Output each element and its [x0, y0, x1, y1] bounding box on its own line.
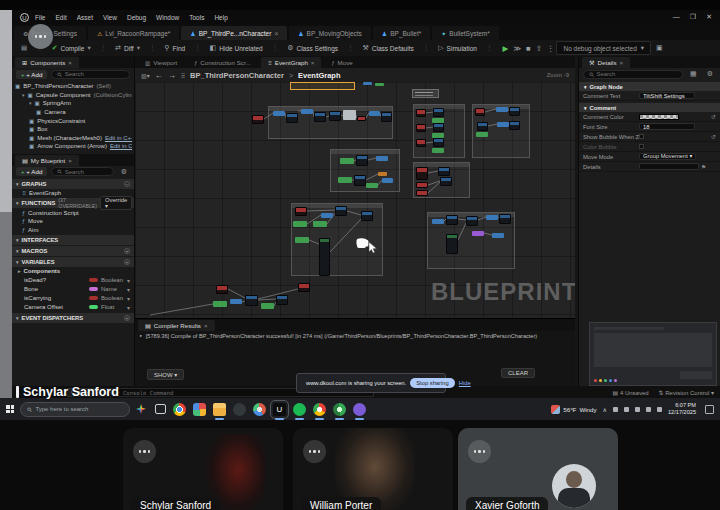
eject-button[interactable]: ⇧ — [536, 44, 542, 53]
play-button[interactable]: ▶ — [502, 44, 508, 53]
component-row-mesh-charactermesh0-[interactable]: ▣Mesh (CharacterMesh0)Edit in C++ — [15, 134, 132, 143]
section-add-button[interactable]: + — [124, 315, 130, 321]
menu-tools[interactable]: Tools — [189, 14, 204, 21]
file-explorer-icon[interactable] — [213, 403, 226, 416]
tile-options-button[interactable] — [468, 440, 491, 463]
blueprint-node-blue[interactable] — [497, 122, 509, 127]
blueprint-node-darktall[interactable] — [446, 234, 458, 254]
class-defaults-button[interactable]: ⚒Class Defaults — [358, 42, 419, 54]
close-button[interactable]: ✕ — [706, 13, 712, 21]
blueprint-node-blue[interactable] — [486, 215, 498, 220]
variable-camera-offset[interactable]: Camera OffsetFloat▾ — [12, 303, 134, 312]
menu-edit[interactable]: Edit — [55, 14, 66, 21]
blueprint-node-dark[interactable] — [446, 215, 458, 225]
graph-tab-eventgraph[interactable]: ⠿EventGraph× — [261, 57, 322, 68]
property-value-input[interactable]: TiltShift Settings — [639, 92, 695, 99]
show-filter-button[interactable]: SHOW ▾ — [147, 369, 184, 380]
unsaved-assets-button[interactable]: ▤ 4 Unsaved — [613, 389, 649, 396]
blueprint-node-dark[interactable] — [438, 167, 450, 176]
start-button[interactable] — [0, 398, 20, 420]
blueprint-node-dark[interactable] — [356, 155, 368, 166]
edit-in-cpp-link[interactable]: Edit in C++ — [105, 135, 132, 141]
section-functions[interactable]: ▾FUNCTIONS(37 OVERRIDABLE)Override ▾ — [12, 198, 134, 208]
blueprint-node-dark[interactable] — [276, 295, 288, 305]
blueprint-node-dark[interactable] — [509, 107, 520, 116]
reset-to-default-icon[interactable]: ↺ — [711, 133, 716, 140]
blueprint-item-move[interactable]: ƒMove — [12, 217, 134, 226]
expand-arrow-icon[interactable]: ▾ — [22, 92, 25, 98]
minimize-button[interactable]: — — [673, 13, 680, 21]
graph-tab-move[interactable]: ƒMove — [324, 57, 359, 68]
blueprint-node-blue[interactable] — [321, 213, 333, 218]
section-add-button[interactable]: + — [124, 259, 130, 265]
blueprint-node-red[interactable] — [298, 283, 310, 292]
components-search-input[interactable]: ⚲Search — [51, 70, 130, 79]
details-section-graph-node[interactable]: ▾Graph Node — [579, 82, 720, 91]
tile-options-button[interactable] — [303, 440, 326, 463]
section-graphs[interactable]: ▾GRAPHS− — [12, 179, 134, 189]
blueprint-node-red[interactable] — [416, 190, 428, 196]
unreal-engine-icon[interactable]: U — [273, 403, 286, 416]
blueprint-node-blue[interactable] — [496, 107, 508, 112]
blueprint-node-green[interactable] — [366, 183, 378, 188]
doc-tab-bp-bullet-[interactable]: ♟BP_Bullet* — [373, 26, 430, 40]
blueprint-node-blue[interactable] — [376, 156, 388, 161]
blueprint-node-green[interactable] — [338, 177, 352, 183]
blueprint-node-blue[interactable] — [301, 109, 313, 114]
chrome-icon[interactable] — [173, 403, 186, 416]
diff-button[interactable]: ⇄Diff▾ — [110, 42, 145, 54]
gear-icon[interactable]: ⚙ — [118, 168, 130, 176]
blueprint-node-blue[interactable] — [382, 178, 393, 183]
component-row-physicsconstraint[interactable]: ▣PhysicsConstraint — [15, 116, 132, 125]
blueprint-node-green[interactable] — [295, 237, 309, 243]
close-icon[interactable]: × — [68, 157, 72, 164]
forward-button[interactable]: → — [168, 71, 176, 80]
component-row-camera[interactable]: ▣Camera — [15, 108, 132, 117]
participant-tile-xavier-goforth[interactable]: Xavier Goforth — [458, 428, 618, 510]
participant-tile-william-porter[interactable]: William Porter — [293, 428, 453, 510]
property-value-input[interactable] — [639, 163, 699, 170]
stop-sharing-button[interactable]: Stop sharing — [410, 378, 455, 388]
blueprint-node-dark[interactable] — [335, 206, 347, 216]
override-dropdown[interactable]: Override ▾ — [100, 196, 132, 210]
component-row-bp-thirdpersoncharacter[interactable]: ▣BP_ThirdPersonCharacter(Self) — [15, 82, 132, 91]
call-overlay-bubble-menu[interactable] — [28, 24, 53, 49]
blueprint-node-red[interactable] — [295, 207, 307, 216]
blueprint-node-dark[interactable] — [433, 123, 444, 132]
blueprint-node-red[interactable] — [416, 109, 426, 117]
section-event-dispatchers[interactable]: ▾EVENT DISPATCHERS+ — [12, 313, 134, 323]
blueprint-node-orange[interactable] — [378, 172, 387, 176]
blueprint-node-dark[interactable] — [361, 211, 373, 221]
section-interfaces[interactable]: ▾INTERFACES — [12, 235, 134, 245]
blueprint-node-dark[interactable] — [440, 177, 452, 186]
maximize-button[interactable]: ❐ — [690, 13, 696, 21]
section-add-button[interactable]: − — [124, 181, 130, 187]
blueprint-node-red[interactable] — [416, 124, 426, 132]
menu-window[interactable]: Window — [156, 14, 179, 21]
blueprint-node-dark[interactable] — [499, 214, 511, 224]
edit-in-cpp-link[interactable]: Edit in C... — [110, 143, 132, 149]
chrome-profile-icon[interactable] — [253, 403, 266, 416]
blueprint-node-blue[interactable] — [432, 219, 444, 224]
app-purple-icon[interactable] — [353, 403, 366, 416]
stop-button[interactable]: ■ — [526, 44, 531, 53]
blueprint-node-green[interactable] — [213, 301, 227, 307]
selected-comment-node[interactable] — [290, 82, 355, 90]
blueprint-node-purple[interactable] — [472, 231, 484, 236]
checkbox[interactable] — [639, 134, 644, 139]
blueprint-node-green[interactable] — [261, 303, 274, 309]
tab-compiler-results[interactable]: ▤ Compiler Results × — [138, 320, 215, 331]
blueprint-node-blue[interactable] — [230, 299, 242, 304]
blueprint-node-dark[interactable] — [509, 121, 520, 130]
doc-tab-lvl-racoonrampage-[interactable]: ⚠Lvl_RacoonRampage* — [88, 26, 179, 40]
blueprint-node-dark[interactable] — [381, 112, 392, 122]
section-variables[interactable]: ▾VARIABLES+ — [12, 257, 134, 267]
blueprint-node-red[interactable] — [416, 182, 428, 188]
blueprint-node-blue[interactable] — [363, 82, 372, 85]
github-desktop-icon[interactable] — [233, 403, 246, 416]
blueprint-node-red[interactable] — [252, 115, 264, 124]
variable-group-components[interactable]: ▸Components — [12, 267, 134, 276]
add-component-button[interactable]: + + Add — [16, 70, 47, 79]
tray-user-icon[interactable] — [624, 407, 629, 412]
blueprint-node-green[interactable] — [375, 83, 384, 86]
